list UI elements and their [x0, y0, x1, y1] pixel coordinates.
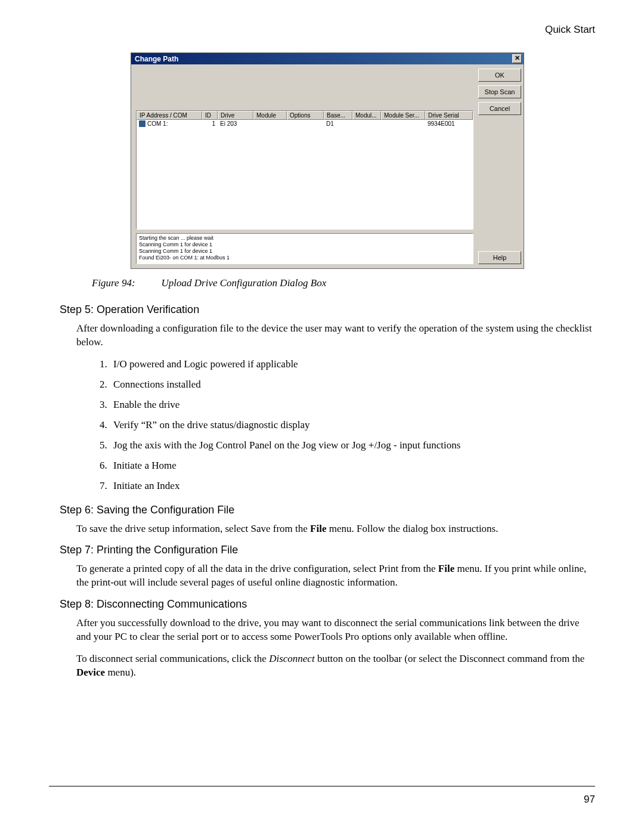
page-number: 97	[584, 794, 595, 806]
step6-para: To save the drive setup information, sel…	[76, 522, 595, 536]
list-item: Verify “R” on the drive status/diagnosti…	[110, 419, 595, 432]
step8-p1: After you successfully download to the d…	[76, 617, 595, 644]
cell-com: COM 1:	[147, 120, 168, 127]
text-run: menu. Follow the dialog box instructions…	[326, 523, 498, 534]
figure-caption-text: Upload Drive Configuration Dialog Box	[162, 277, 327, 289]
dialog-title: Change Path	[135, 55, 178, 63]
bold-file: File	[310, 523, 326, 534]
col-drive-serial[interactable]: Drive Serial	[425, 111, 473, 120]
col-options[interactable]: Options	[287, 111, 324, 120]
figure-caption: Figure 94:Upload Drive Configuration Dia…	[92, 277, 595, 289]
cell-module-ser	[381, 120, 425, 128]
log-line: Found Ei203- on COM 1: at Modbus 1	[139, 255, 470, 261]
list-item: Initiate an Index	[110, 479, 595, 493]
ok-button[interactable]: OK	[478, 69, 521, 82]
dialog-titlebar: Change Path ✕	[131, 53, 524, 64]
col-modul[interactable]: Modul...	[352, 111, 381, 120]
step5-heading: Step 5: Operation Verification	[60, 304, 595, 316]
list-item: I/O powered and Logic powered if applica…	[110, 358, 595, 371]
dialog-screenshot: Change Path ✕ IP Address / COM ID Drive …	[60, 52, 595, 269]
text-run: menu).	[105, 667, 136, 678]
list-item: Connections installed	[110, 378, 595, 391]
step7-para: To generate a printed copy of all the da…	[76, 562, 595, 590]
italic-disconnect: Disconnect	[269, 653, 314, 664]
cell-module	[253, 120, 287, 128]
figure-number: Figure 94:	[92, 277, 135, 289]
text-run: To save the drive setup information, sel…	[76, 523, 310, 534]
col-module[interactable]: Module	[253, 111, 287, 120]
cell-id: 1	[202, 120, 218, 128]
bold-device: Device	[76, 667, 105, 678]
cell-drive: Ei 203	[218, 120, 253, 128]
step7-heading: Step 7: Printing the Configuration File	[60, 544, 595, 556]
table-row[interactable]: COM 1: 1 Ei 203 D1 9934E001	[137, 120, 473, 128]
page-section-title: Quick Start	[60, 24, 595, 36]
text-run: button on the toolbar (or select the Dis…	[315, 653, 585, 664]
list-item: Enable the drive	[110, 398, 595, 411]
col-base[interactable]: Base...	[324, 111, 352, 120]
log-line: Starting the scan ... please wait	[139, 235, 470, 241]
com-port-icon	[139, 120, 145, 127]
step5-intro: After downloading a configuration file t…	[76, 322, 595, 349]
cell-drive-serial: 9934E001	[425, 120, 473, 128]
footer-rule	[49, 786, 595, 786]
cell-modul	[352, 120, 381, 128]
help-button[interactable]: Help	[478, 251, 521, 264]
col-drive[interactable]: Drive	[218, 111, 253, 120]
stop-scan-button[interactable]: Stop Scan	[478, 85, 521, 98]
col-module-ser[interactable]: Module Ser...	[381, 111, 425, 120]
cancel-button[interactable]: Cancel	[478, 102, 521, 115]
list-item: Jog the axis with the Jog Control Panel …	[110, 439, 595, 452]
cell-base: D1	[324, 120, 352, 128]
step8-heading: Step 8: Disconnecting Communications	[60, 598, 595, 611]
list-item: Initiate a Home	[110, 459, 595, 472]
text-run: To generate a printed copy of all the da…	[76, 563, 438, 574]
log-line: Scanning Comm 1 for device 1	[139, 241, 470, 248]
text-run: To disconnect serial communications, cli…	[76, 653, 269, 664]
col-id[interactable]: ID	[202, 111, 218, 120]
col-ip-com[interactable]: IP Address / COM	[137, 111, 202, 120]
step8-p2: To disconnect serial communications, cli…	[76, 652, 595, 680]
device-listview[interactable]: IP Address / COM ID Drive Module Options…	[136, 110, 473, 230]
cell-options	[287, 120, 324, 128]
step5-checklist: I/O powered and Logic powered if applica…	[93, 358, 595, 493]
listview-header: IP Address / COM ID Drive Module Options…	[137, 111, 473, 120]
step6-heading: Step 6: Saving the Configuration File	[60, 504, 595, 516]
bold-file: File	[438, 563, 454, 574]
close-icon[interactable]: ✕	[512, 54, 522, 63]
log-line: Scanning Comm 1 for device 1	[139, 248, 470, 255]
scan-log: Starting the scan ... please wait Scanni…	[136, 233, 473, 264]
change-path-dialog: Change Path ✕ IP Address / COM ID Drive …	[131, 52, 524, 269]
